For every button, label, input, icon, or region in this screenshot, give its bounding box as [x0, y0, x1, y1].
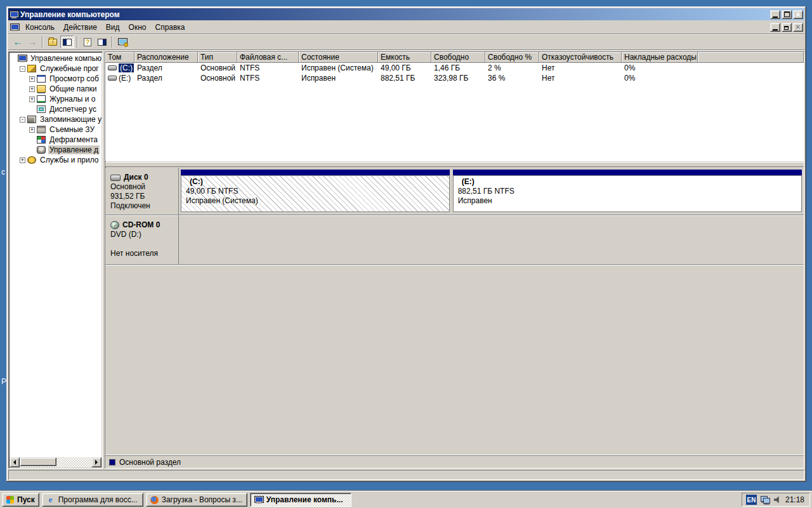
expand-toggle-icon[interactable]: - — [20, 66, 25, 72]
column-header-6[interactable]: Свободно — [431, 52, 485, 63]
menu-окно[interactable]: Окно — [124, 22, 151, 33]
event-viewer-icon — [37, 75, 46, 83]
tree-item-съемные-зу[interactable]: +Съемные ЗУ — [9, 124, 102, 135]
pane-splitter[interactable] — [105, 162, 804, 167]
removable-storage-icon — [37, 126, 46, 133]
cell-type: Основной — [198, 64, 237, 72]
menu-вид[interactable]: Вид — [102, 22, 124, 33]
menu-справка[interactable]: Справка — [150, 22, 189, 33]
column-header-1[interactable]: Расположение — [134, 52, 198, 63]
desktop-icon-label-fragment: с — [1, 168, 5, 177]
column-header-9[interactable]: Накладные расходы — [622, 52, 698, 63]
column-header-7[interactable]: Свободно % — [485, 52, 539, 63]
back-icon[interactable]: ← — [11, 36, 25, 48]
scrollbar-track[interactable] — [20, 457, 91, 467]
partition-status: Исправен (Система) — [186, 196, 445, 206]
start-button[interactable]: Пуск — [2, 493, 39, 507]
partition-body[interactable]: (E:)882,51 ГБ NTFSИсправен — [453, 175, 802, 212]
cell-fault_tolerance: Нет — [539, 64, 622, 72]
mdi-restore-button[interactable] — [782, 23, 792, 32]
forward-icon[interactable]: → — [25, 36, 39, 48]
scroll-right-icon[interactable] — [91, 457, 102, 467]
defragmenter-icon — [37, 136, 46, 144]
network-icon[interactable] — [761, 496, 770, 504]
tree-item-управление-компью[interactable]: Управление компью — [9, 53, 102, 64]
tree-item-журналы-и-о[interactable]: +Журналы и о — [9, 94, 102, 104]
disk-management-panel: ТомРасположениеТипФайловая с...Состояние… — [105, 51, 804, 469]
language-indicator[interactable]: EN — [746, 495, 757, 505]
taskbar-button[interactable]: Управление компь... — [250, 493, 351, 507]
partition-e[interactable]: (E:)882,51 ГБ NTFSИсправен — [453, 170, 802, 212]
menu-консоль[interactable]: Консоль — [21, 22, 59, 33]
mdi-minimize-button[interactable] — [770, 23, 780, 32]
show-action-pane-icon[interactable] — [95, 36, 109, 48]
close-button[interactable]: × — [793, 10, 803, 19]
storage-icon — [27, 116, 36, 123]
column-header-8[interactable]: Отказоустойчивость — [539, 52, 622, 63]
tree-item-общие-папки[interactable]: +Общие папки — [9, 84, 102, 94]
disk-status: Подключен — [110, 201, 174, 211]
tree-item-просмотр-соб[interactable]: +Просмотр соб — [9, 74, 102, 84]
column-header-3[interactable]: Файловая с... — [237, 52, 299, 63]
tree-item-службы-и-прило[interactable]: +Службы и прило — [9, 155, 102, 165]
scrollbar-thumb[interactable] — [20, 457, 56, 466]
menu-действие[interactable]: Действие — [59, 22, 102, 33]
disk0-header[interactable]: Диск 0 Основной 931,52 ГБ Подключен — [105, 168, 179, 215]
cell-type: Основной — [198, 74, 237, 83]
minimize-button[interactable] — [770, 10, 780, 19]
cell-fault_tolerance: Нет — [539, 74, 622, 83]
expand-toggle-icon[interactable]: + — [29, 127, 35, 133]
tree-item-запоминающие-у[interactable]: -Запоминающие у — [9, 114, 102, 124]
expand-toggle-icon[interactable]: + — [29, 76, 35, 82]
up-one-level-icon[interactable]: ↑ — [46, 36, 60, 48]
show-console-tree-icon[interactable] — [60, 36, 74, 48]
mdi-child-icon — [10, 23, 19, 31]
scroll-left-icon[interactable] — [10, 457, 20, 467]
clock: 21:18 — [785, 495, 804, 504]
volume-icon[interactable] — [774, 496, 782, 504]
tree-item-дефрагмента[interactable]: Дефрагмента — [9, 135, 102, 145]
partition-c[interactable]: (C:)49,00 ГБ NTFSИсправен (Система) — [181, 170, 450, 212]
expand-toggle-icon[interactable]: + — [29, 86, 35, 92]
tree-horizontal-scrollbar[interactable] — [10, 457, 102, 467]
cell-capacity: 49,00 ГБ — [378, 64, 431, 72]
partition-name: (E:) — [458, 177, 797, 187]
volume-list: ТомРасположениеТипФайловая с...Состояние… — [105, 52, 804, 161]
tree-item-label: Просмотр соб — [48, 74, 100, 83]
tree-item-служебные-прог[interactable]: -Служебные прог — [9, 64, 102, 74]
taskbar-button[interactable]: eПрограмма для восс... — [42, 493, 143, 507]
cell-overhead: 0% — [622, 64, 698, 72]
column-header-5[interactable]: Емкость — [378, 52, 431, 63]
cell-location: Раздел — [134, 64, 198, 72]
tree-item-label: Службы и прило — [39, 156, 100, 164]
partition-body[interactable]: (C:)49,00 ГБ NTFSИсправен (Система) — [181, 175, 450, 212]
partition-color-band — [453, 170, 802, 175]
cd-icon — [110, 221, 119, 229]
manage-computer-icon[interactable] — [115, 36, 129, 48]
taskbar-button[interactable]: Загрузка - Вопросы з... — [146, 493, 247, 507]
expand-toggle-icon[interactable]: - — [20, 117, 25, 123]
column-header-0[interactable]: Том — [105, 52, 134, 63]
partition-detail: 882,51 ГБ NTFS — [458, 187, 797, 196]
column-header-2[interactable]: Тип — [198, 52, 237, 63]
console-tree-panel: Управление компью-Служебные прог+Просмот… — [8, 51, 103, 469]
cdrom-header[interactable]: CD-ROM 0 DVD (D:) Нет носителя — [105, 215, 179, 264]
table-row[interactable]: (C:)РазделОсновнойNTFSИсправен (Система)… — [105, 63, 804, 73]
legend-bar: Основной раздел — [105, 455, 804, 468]
performance-logs-icon — [37, 95, 46, 103]
disk-name: Диск 0 — [124, 173, 148, 182]
column-header-4[interactable]: Состояние — [299, 52, 378, 63]
column-header-filler — [698, 52, 804, 63]
table-row[interactable]: (E:)РазделОсновнойNTFSИсправен882,51 ГБ3… — [105, 73, 804, 83]
tree-item-диспетчер-ус[interactable]: Диспетчер ус — [9, 104, 102, 114]
cell-location: Раздел — [134, 74, 198, 83]
title-bar[interactable]: Управление компьютером × — [8, 8, 804, 20]
maximize-button[interactable] — [782, 10, 792, 19]
help-icon[interactable]: ? — [81, 36, 95, 48]
computer-icon — [10, 11, 18, 18]
device-manager-icon — [37, 105, 46, 113]
expand-toggle-icon[interactable]: + — [29, 97, 35, 102]
tree-item-управление-д[interactable]: Управление д — [9, 145, 102, 155]
cell-volume: (E:) — [105, 74, 134, 83]
expand-toggle-icon[interactable]: + — [20, 157, 25, 163]
